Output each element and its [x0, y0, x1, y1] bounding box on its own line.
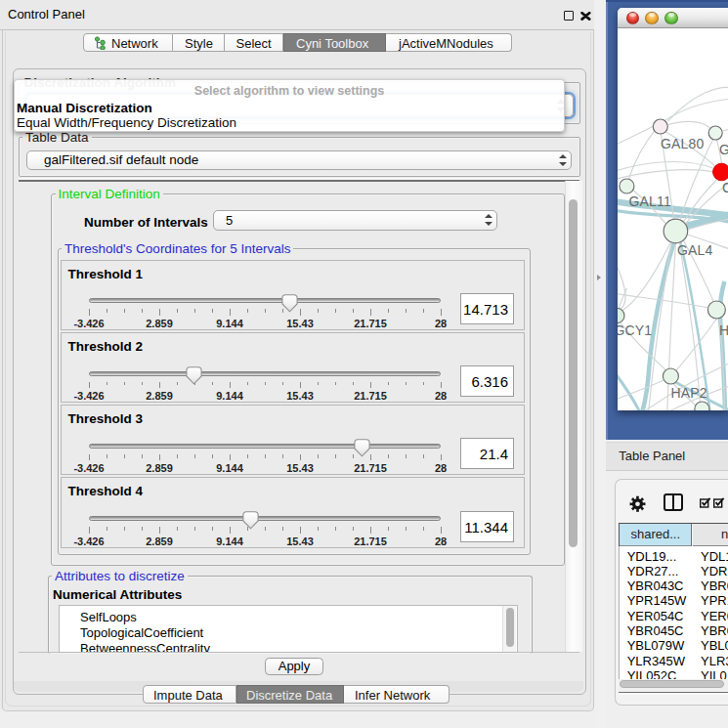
svg-text:GA: GA: [718, 142, 727, 157]
svg-text:GAL4: GAL4: [676, 242, 712, 258]
svg-text:H: H: [718, 322, 727, 338]
svg-text:GAL80: GAL80: [660, 136, 704, 151]
svg-text:GCY1: GCY1: [618, 322, 652, 338]
svg-text:HAP2: HAP2: [670, 385, 707, 401]
svg-text:GAL11: GAL11: [628, 193, 671, 209]
svg-text:C: C: [721, 181, 727, 196]
